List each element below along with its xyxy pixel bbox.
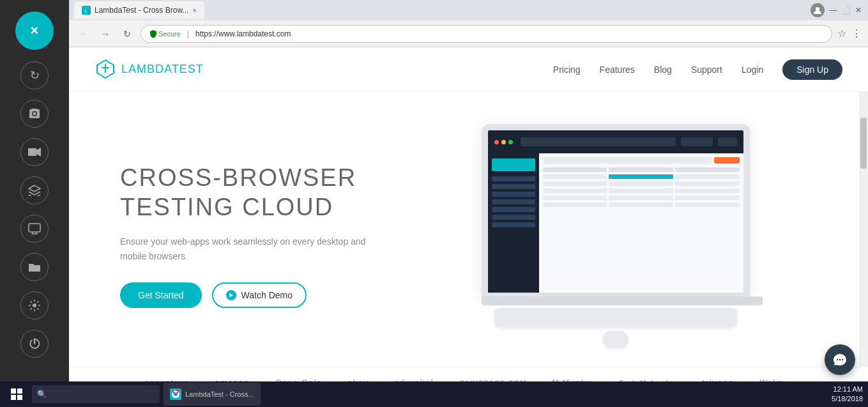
windows-start-button[interactable]: [5, 383, 28, 406]
svg-point-10: [842, 359, 843, 360]
address-bar: ← → ↻ Secure | https://www.lambdatest.co…: [69, 20, 868, 47]
logo-text: LAMBDATEST: [121, 63, 204, 76]
tab-close-button[interactable]: ×: [192, 6, 196, 14]
taskbar-clock: 12:11 AM 5/18/2018: [832, 385, 863, 404]
close-icon: ×: [31, 22, 39, 39]
scrollbar-thumb[interactable]: [860, 118, 867, 169]
bookmark-button[interactable]: ☆: [837, 27, 846, 40]
taskbar-date-display: 5/18/2018: [832, 394, 863, 404]
get-started-button[interactable]: Get Started: [120, 282, 202, 308]
mock-sidebar: [488, 153, 539, 293]
mock-base: [482, 296, 763, 305]
url-separator: |: [187, 29, 189, 38]
windows-logo: [11, 388, 22, 400]
nav-pricing[interactable]: Pricing: [553, 65, 581, 75]
hero-subtitle: Ensure your web-apps work seamlessly on …: [120, 234, 388, 263]
nav-support[interactable]: Support: [691, 65, 722, 75]
settings-icon[interactable]: [20, 291, 49, 319]
site-logo: LAMBDATEST: [95, 59, 204, 81]
browser-title-bar: L LambdaTest - Cross Brow... × — ⬜ ✕: [69, 0, 868, 20]
taskbar-search-icon: 🔍: [37, 390, 47, 399]
profile-icon[interactable]: [811, 3, 825, 17]
browser-menu-button[interactable]: ⋮: [851, 27, 862, 40]
page-scrollbar[interactable]: [859, 92, 868, 367]
taskbar: 🔍 LambdaTest - Cross... 12:11 AM 5/18/20…: [0, 381, 868, 407]
url-input[interactable]: Secure | https://www.lambdatest.com: [141, 25, 832, 43]
watch-demo-button[interactable]: ▶ Watch Demo: [212, 282, 307, 308]
svg-marker-1: [36, 148, 41, 157]
mock-keyboard: [494, 308, 737, 327]
sync-icon[interactable]: ↻: [20, 61, 49, 89]
taskbar-app-chrome[interactable]: LambdaTest - Cross...: [164, 383, 261, 406]
video-icon[interactable]: [20, 138, 49, 166]
minimize-button[interactable]: —: [828, 6, 837, 15]
mock-content: [488, 153, 743, 293]
login-button[interactable]: Login: [742, 65, 763, 75]
hero-text: CROSS-BROWSER TESTING CLOUD Ensure your …: [120, 164, 388, 308]
site-header: LAMBDATEST Pricing Features Blog Support…: [69, 47, 868, 92]
play-icon: ▶: [226, 290, 236, 300]
browser-window: L LambdaTest - Cross Brow... × — ⬜ ✕ ← →…: [69, 0, 868, 407]
mock-screen: [482, 124, 750, 296]
layers-icon[interactable]: [20, 176, 49, 204]
svg-rect-0: [28, 148, 36, 156]
mock-laptop: [482, 124, 750, 348]
url-text: https://www.lambdatest.com: [195, 29, 291, 38]
page-content: LAMBDATEST Pricing Features Blog Support…: [69, 47, 868, 407]
hero-section: CROSS-BROWSER TESTING CLOUD Ensure your …: [69, 92, 868, 367]
close-window-button[interactable]: ✕: [854, 6, 863, 15]
camera-icon[interactable]: [20, 100, 49, 128]
folder-icon[interactable]: [20, 253, 49, 281]
tab-favicon: L: [82, 6, 91, 15]
maximize-button[interactable]: ⬜: [841, 6, 850, 15]
svg-point-6: [33, 303, 36, 307]
tab-strip: L LambdaTest - Cross Brow... ×: [74, 0, 807, 20]
taskbar-time-display: 12:11 AM: [832, 385, 863, 394]
mock-mouse: [603, 331, 628, 348]
monitor-icon[interactable]: [20, 215, 49, 243]
secure-badge: Secure: [150, 30, 181, 38]
forward-button[interactable]: →: [97, 26, 114, 42]
site-nav: Pricing Features Blog Support Login Sign…: [553, 59, 842, 80]
browser-tab[interactable]: L LambdaTest - Cross Brow... ×: [74, 1, 204, 19]
signup-button[interactable]: Sign Up: [782, 59, 842, 80]
mock-main-content: [539, 153, 743, 293]
refresh-button[interactable]: ↻: [119, 26, 135, 42]
close-button[interactable]: ×: [15, 12, 54, 50]
svg-point-9: [839, 359, 841, 360]
hero-title: CROSS-BROWSER TESTING CLOUD: [120, 164, 388, 222]
svg-rect-2: [29, 224, 40, 232]
svg-point-8: [837, 359, 838, 360]
taskbar-search[interactable]: 🔍: [32, 385, 160, 403]
mock-screen-header: [488, 130, 743, 153]
nav-blog[interactable]: Blog: [654, 65, 672, 75]
tab-title: LambdaTest - Cross Brow...: [95, 6, 188, 15]
nav-features[interactable]: Features: [600, 65, 635, 75]
back-button[interactable]: ←: [75, 26, 92, 42]
chrome-icon: [170, 388, 181, 400]
hero-buttons: Get Started ▶ Watch Demo: [120, 282, 388, 308]
chat-widget-button[interactable]: [825, 344, 855, 375]
left-sidebar: × ↻: [0, 0, 69, 407]
power-icon[interactable]: [20, 330, 49, 358]
taskbar-app-label: LambdaTest - Cross...: [185, 390, 254, 398]
hero-image: [388, 124, 842, 348]
